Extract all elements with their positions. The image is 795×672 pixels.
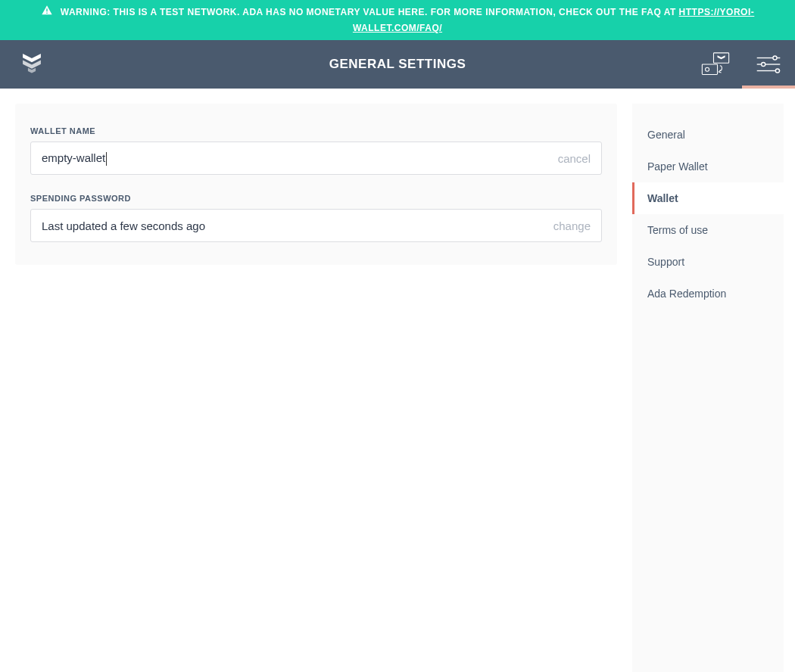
wallet-name-input[interactable]: empty-wallet <box>42 151 558 166</box>
sidebar-item-label: Paper Wallet <box>647 160 708 173</box>
main-content: WALLET NAME empty-wallet cancel SPENDING… <box>0 89 632 672</box>
text-caret-icon <box>106 152 107 166</box>
app-logo-icon[interactable] <box>19 50 45 79</box>
wallet-name-label: WALLET NAME <box>30 126 602 135</box>
body-wrap: WALLET NAME empty-wallet cancel SPENDING… <box>0 89 795 672</box>
header-actions <box>689 40 795 89</box>
svg-point-8 <box>762 63 765 67</box>
page-title: GENERAL SETTINGS <box>0 57 795 72</box>
sidebar-item-label: Support <box>647 256 684 268</box>
svg-rect-1 <box>46 13 47 14</box>
sidebar-item-label: General <box>647 129 685 141</box>
warning-icon <box>41 5 53 21</box>
sidebar-item-wallet[interactable]: Wallet <box>632 182 784 214</box>
sidebar-item-general[interactable]: General <box>632 119 784 151</box>
wallet-name-cancel[interactable]: cancel <box>558 152 591 165</box>
wallet-name-input-row[interactable]: empty-wallet cancel <box>30 142 602 175</box>
settings-sidebar: General Paper Wallet Wallet Terms of use… <box>632 104 784 672</box>
sidebar-item-terms-of-use[interactable]: Terms of use <box>632 214 784 246</box>
svg-rect-0 <box>46 8 47 11</box>
header-bar: GENERAL SETTINGS <box>0 40 795 89</box>
spending-password-status: Last updated a few seconds ago <box>42 219 553 232</box>
spending-password-change[interactable]: change <box>553 219 591 232</box>
spending-password-row: Last updated a few seconds ago change <box>30 209 602 242</box>
sidebar-item-support[interactable]: Support <box>632 246 784 278</box>
sidebar-item-label: Wallet <box>647 192 678 204</box>
spending-password-group: SPENDING PASSWORD Last updated a few sec… <box>30 194 602 242</box>
sidebar-item-ada-redemption[interactable]: Ada Redemption <box>632 278 784 310</box>
settings-panel: WALLET NAME empty-wallet cancel SPENDING… <box>15 104 617 265</box>
sidebar-item-label: Terms of use <box>647 224 708 236</box>
svg-point-4 <box>706 68 709 72</box>
sidebar-item-paper-wallet[interactable]: Paper Wallet <box>632 151 784 182</box>
wallets-transfer-icon[interactable] <box>689 40 742 89</box>
svg-point-6 <box>773 56 777 60</box>
sidebar-item-label: Ada Redemption <box>647 288 726 300</box>
svg-point-10 <box>775 69 779 73</box>
spending-password-label: SPENDING PASSWORD <box>30 194 602 203</box>
wallet-name-group: WALLET NAME empty-wallet cancel <box>30 126 602 175</box>
warning-banner: WARNING: THIS IS A TEST NETWORK. ADA HAS… <box>0 0 795 40</box>
svg-rect-3 <box>702 64 717 74</box>
settings-icon[interactable] <box>742 40 795 89</box>
warning-text: WARNING: THIS IS A TEST NETWORK. ADA HAS… <box>61 7 679 17</box>
